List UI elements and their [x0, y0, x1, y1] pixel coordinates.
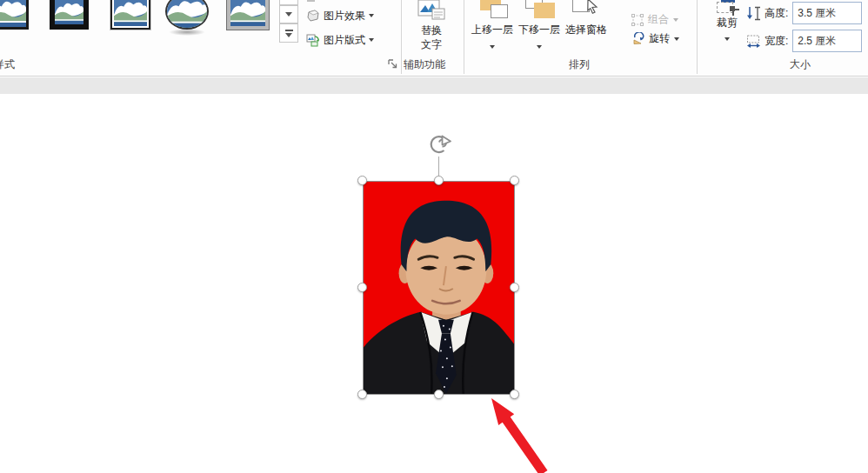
bring-forward-icon	[475, 0, 510, 21]
resize-handle-top-left[interactable]	[357, 176, 367, 185]
gallery-scroll-down-button[interactable]	[279, 5, 298, 23]
group-icon	[631, 14, 644, 26]
picture-style-thumbnail-oval[interactable]	[165, 0, 209, 30]
picture-layout-label: 图片版式	[324, 33, 365, 48]
resize-handle-bottom-right[interactable]	[510, 390, 519, 399]
width-icon	[746, 34, 761, 49]
send-backward-button[interactable]: 下移一层	[517, 0, 562, 50]
selected-picture-id-photo[interactable]	[363, 181, 515, 395]
resize-handle-bottom-center[interactable]	[434, 390, 444, 399]
bring-forward-label: 上移一层	[470, 23, 515, 37]
picture-effects-caret-icon	[369, 14, 374, 17]
group-separator	[697, 0, 698, 74]
picture-border-remnant	[307, 0, 315, 2]
width-label: 宽度:	[765, 34, 788, 49]
picture-style-thumbnail-5[interactable]	[227, 0, 269, 30]
gallery-more-icon	[285, 30, 293, 37]
group-separator	[464, 0, 464, 74]
picture-layout-icon	[306, 33, 320, 47]
alt-text-label-line1: 替换	[400, 23, 463, 37]
picture-style-thumbnail-2[interactable]	[50, 0, 89, 30]
picture-effects-button[interactable]: 图片效果	[306, 6, 374, 25]
alt-text-button[interactable]: 替换 文字	[400, 0, 463, 51]
selection-pane-label: 选择窗格	[564, 23, 609, 37]
styles-group-label: 样式	[0, 57, 15, 72]
picture-layout-caret-icon	[369, 38, 374, 42]
ribbon-picture-tools: 图片效果 图片版式 样式	[0, 0, 868, 77]
crop-icon	[714, 0, 740, 16]
gallery-more-button[interactable]	[279, 23, 298, 43]
bring-forward-button[interactable]: 上移一层	[470, 0, 515, 50]
send-backward-label: 下移一层	[517, 23, 562, 37]
selection-pane-icon	[569, 0, 604, 21]
styles-dialog-launcher-icon[interactable]	[387, 58, 399, 70]
resize-handle-top-right[interactable]	[510, 176, 519, 185]
resize-handle-top-center[interactable]	[434, 176, 444, 185]
width-input[interactable]	[792, 30, 862, 52]
height-input[interactable]	[792, 2, 862, 24]
rotate-button[interactable]: 旋转	[631, 31, 679, 46]
oval-picture	[165, 0, 209, 30]
picture-effects-label: 图片效果	[324, 9, 365, 23]
send-backward-caret-icon	[537, 45, 542, 49]
accessibility-group-label: 辅助功能	[404, 57, 445, 72]
crop-label: 裁剪	[706, 16, 748, 30]
height-icon	[746, 6, 761, 21]
height-row: 高度:	[746, 2, 862, 24]
width-row: 宽度:	[746, 30, 862, 52]
rotate-caret-icon	[674, 37, 679, 41]
picture-style-thumbnail-1[interactable]	[0, 0, 29, 30]
group-label: 组合	[648, 12, 669, 27]
crop-button[interactable]: 裁剪	[706, 0, 748, 42]
alt-text-icon	[417, 0, 446, 21]
send-backward-icon	[522, 0, 557, 21]
app-window: 图片效果 图片版式 样式	[0, 0, 868, 473]
rotate-handle-stem	[438, 157, 439, 177]
scroll-down-icon	[285, 12, 292, 17]
picture-layout-button[interactable]: 图片版式	[306, 30, 374, 50]
size-group-label: 大小	[790, 57, 811, 72]
rotate-objects-icon	[631, 32, 644, 45]
group-button[interactable]: 组合	[631, 12, 678, 27]
alt-text-label-line2: 文字	[400, 37, 463, 51]
picture-effects-icon	[306, 9, 320, 23]
crop-caret-icon	[724, 37, 730, 41]
resize-handle-middle-right[interactable]	[510, 283, 519, 292]
group-caret-icon	[673, 18, 678, 22]
gallery-scrollbar	[279, 0, 298, 43]
rotate-label: 旋转	[649, 31, 670, 46]
id-photo-portrait	[364, 182, 514, 394]
ribbon-bottom-strip	[0, 77, 868, 94]
rotate-handle[interactable]	[427, 132, 451, 157]
bring-forward-caret-icon	[490, 45, 495, 49]
resize-handle-middle-left[interactable]	[357, 283, 367, 292]
selection-pane-button[interactable]: 选择窗格	[564, 0, 609, 37]
height-label: 高度:	[765, 6, 788, 21]
arrange-group-label: 排列	[569, 57, 590, 72]
resize-handle-bottom-left[interactable]	[357, 390, 367, 399]
picture-style-thumbnail-3[interactable]	[110, 0, 150, 30]
oval-shadow	[169, 29, 205, 36]
